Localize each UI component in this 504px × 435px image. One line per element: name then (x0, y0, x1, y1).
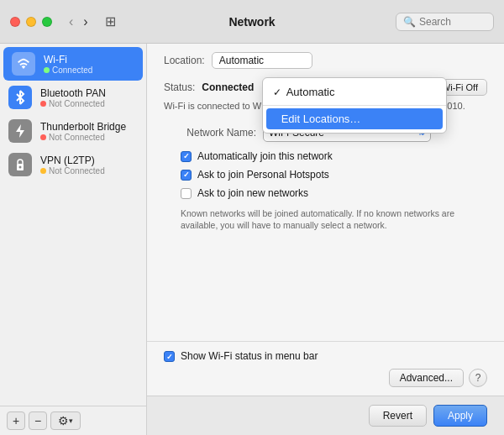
checkbox-row-personal-hotspot: Ask to join Personal Hotspots (164, 169, 487, 181)
search-box[interactable]: 🔍 (396, 13, 494, 31)
footer-buttons: Revert Apply (147, 396, 504, 435)
show-status-checkbox[interactable] (164, 351, 175, 362)
check-icon: ✓ (273, 86, 281, 98)
wifi-item-info: Wi-Fi Connected (44, 54, 92, 75)
advanced-button[interactable]: Advanced... (389, 369, 464, 387)
bluetooth-item-status: Not Connected (40, 99, 106, 108)
bluetooth-status-text: Not Connected (49, 99, 105, 108)
popup-edit-label: Edit Locations… (281, 113, 361, 125)
advanced-row: Advanced... ? (164, 369, 487, 387)
sidebar-item-wifi[interactable]: Wi-Fi Connected (3, 47, 143, 81)
location-label: Location: (164, 55, 205, 66)
revert-button[interactable]: Revert (369, 405, 427, 427)
close-button[interactable] (10, 17, 20, 27)
vpn-status-text: Not Connected (49, 166, 105, 176)
bluetooth-item-name: Bluetooth PAN (40, 87, 106, 99)
traffic-lights (10, 17, 52, 27)
personal-hotspot-checkbox[interactable] (181, 170, 192, 181)
vpn-item-name: VPN (L2TP) (40, 155, 105, 166)
sidebar-item-vpn[interactable]: VPN (L2TP) Not Connected (0, 148, 146, 181)
vpn-item-status: Not Connected (40, 166, 105, 176)
minimize-button[interactable] (26, 17, 36, 27)
remove-connection-button[interactable]: − (29, 411, 47, 430)
new-networks-checkbox[interactable] (181, 188, 192, 199)
show-status-row: Show Wi-Fi status in menu bar (164, 350, 487, 362)
bluetooth-status-dot (40, 101, 46, 107)
popup-automatic-label: Automatic (286, 86, 335, 98)
sidebar-item-thunderbolt[interactable]: Thunderbolt Bridge Not Connected (0, 114, 146, 148)
app-grid-button[interactable]: ⊞ (105, 13, 116, 29)
sidebar-item-bluetooth[interactable]: Bluetooth PAN Not Connected (0, 81, 146, 114)
thunderbolt-status-dot (40, 134, 46, 140)
search-input[interactable] (419, 16, 486, 28)
wifi-status-text: Connected (52, 66, 92, 75)
location-popup: ✓ Automatic Edit Locations… (262, 77, 447, 134)
window-title: Network (228, 15, 275, 29)
nav-buttons: ‹ › (66, 13, 92, 31)
svg-point-1 (19, 166, 22, 169)
thunderbolt-item-status: Not Connected (40, 133, 126, 142)
status-value: Connected (202, 81, 254, 93)
gear-icon: ⚙ (58, 414, 69, 427)
popup-divider (263, 105, 446, 106)
location-bar: Location: Automatic ✓ Automatic Edit Loc… (147, 44, 504, 69)
fullscreen-button[interactable] (42, 17, 52, 27)
gear-dropdown-button[interactable]: ⚙ ▾ (50, 411, 81, 430)
popup-item-automatic[interactable]: ✓ Automatic (263, 81, 446, 102)
thunderbolt-status-text: Not Connected (49, 133, 105, 142)
forward-button[interactable]: › (80, 13, 91, 31)
help-button[interactable]: ? (469, 369, 487, 387)
main-content: Wi-Fi Connected Bluetooth PAN (0, 44, 504, 435)
search-icon: 🔍 (403, 16, 416, 28)
chevron-down-icon: ▾ (69, 417, 73, 425)
auto-join-label: Automatically join this network (197, 150, 333, 162)
vpn-icon (8, 153, 32, 176)
popup-item-edit-locations[interactable]: Edit Locations… (266, 108, 443, 129)
vpn-item-info: VPN (L2TP) Not Connected (40, 155, 105, 176)
show-status-label: Show Wi-Fi status in menu bar (181, 350, 318, 362)
location-dropdown-wrap: Automatic ✓ Automatic Edit Locations… (212, 52, 312, 69)
thunderbolt-item-name: Thunderbolt Bridge (40, 121, 126, 133)
checkbox-row-new-networks: Ask to join new networks (164, 187, 487, 199)
location-current-value: Automatic (219, 55, 264, 66)
networks-sublabel: Known networks will be joined automatica… (164, 207, 487, 232)
wifi-item-status: Connected (44, 66, 92, 75)
sidebar: Wi-Fi Connected Bluetooth PAN (0, 44, 147, 435)
vpn-status-dot (40, 168, 46, 174)
thunderbolt-icon (8, 119, 32, 143)
bluetooth-icon (8, 86, 32, 109)
wifi-status-dot (44, 67, 50, 73)
titlebar: ‹ › ⊞ Network 🔍 (0, 0, 504, 44)
add-connection-button[interactable]: + (7, 411, 25, 430)
status-label: Status: (164, 81, 195, 93)
network-name-label: Network Name: (164, 127, 256, 139)
thunderbolt-item-info: Thunderbolt Bridge Not Connected (40, 121, 126, 142)
sidebar-footer: + − ⚙ ▾ (0, 406, 146, 435)
wifi-item-name: Wi-Fi (44, 54, 92, 66)
right-panel: Location: Automatic ✓ Automatic Edit Loc… (147, 44, 504, 435)
apply-button[interactable]: Apply (433, 405, 487, 427)
sidebar-list: Wi-Fi Connected Bluetooth PAN (0, 44, 146, 406)
location-dropdown[interactable]: Automatic (212, 52, 312, 69)
wifi-icon (12, 52, 35, 76)
auto-join-checkbox[interactable] (181, 151, 192, 162)
bluetooth-item-info: Bluetooth PAN Not Connected (40, 87, 106, 108)
checkbox-row-auto-join: Automatically join this network (164, 150, 487, 162)
new-networks-label: Ask to join new networks (197, 187, 308, 199)
back-button[interactable]: ‹ (66, 13, 76, 31)
bottom-section: Show Wi-Fi status in menu bar Advanced..… (147, 341, 504, 396)
personal-hotspot-label: Ask to join Personal Hotspots (197, 169, 329, 181)
